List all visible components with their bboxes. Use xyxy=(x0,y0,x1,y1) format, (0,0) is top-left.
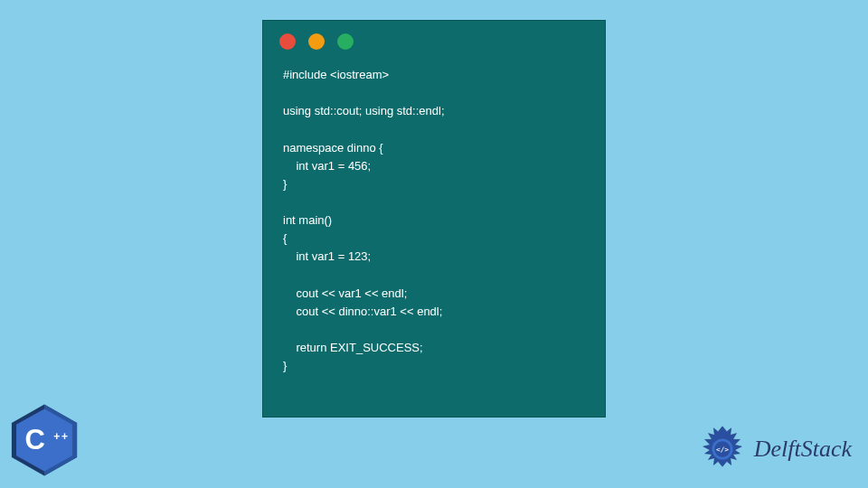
brand-logo: </> DelftStack xyxy=(696,423,852,475)
svg-text:C: C xyxy=(25,424,45,455)
svg-text:</>: </> xyxy=(716,446,729,454)
code-content: #include <iostream> using std::cout; usi… xyxy=(263,59,605,391)
svg-text:+: + xyxy=(53,430,60,443)
window-controls xyxy=(263,21,605,59)
brand-name: DelftStack xyxy=(754,436,852,463)
brand-emblem-icon: </> xyxy=(696,423,749,475)
code-window: #include <iostream> using std::cout; usi… xyxy=(262,20,606,418)
maximize-dot-icon xyxy=(337,33,354,50)
cpp-language-badge-icon: C + + xyxy=(5,401,83,479)
minimize-dot-icon xyxy=(308,33,325,50)
svg-text:+: + xyxy=(61,430,68,443)
close-dot-icon xyxy=(279,33,296,50)
